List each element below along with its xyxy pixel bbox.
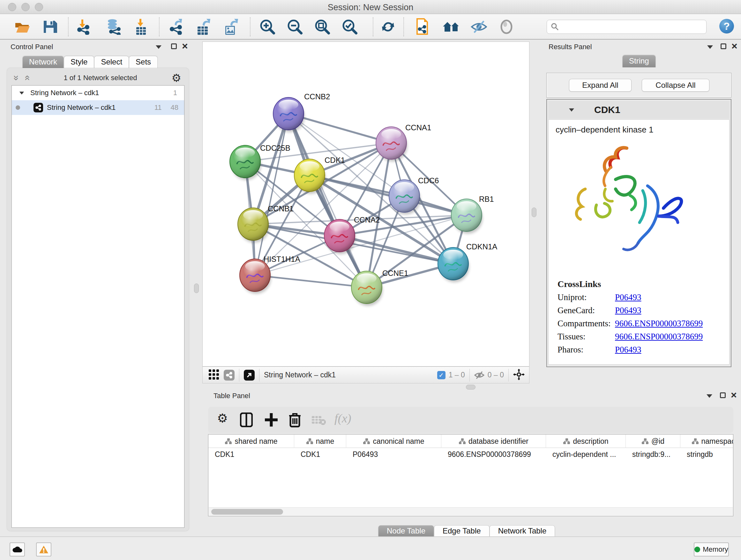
column-header-id[interactable]: @id <box>626 435 680 448</box>
table-cell[interactable]: stringdb:9... <box>626 448 680 461</box>
warnings-button[interactable] <box>36 543 51 557</box>
tab-string[interactable]: String <box>622 55 656 67</box>
tab-sets[interactable]: Sets <box>129 56 158 68</box>
column-header-database-identifier[interactable]: database identifier <box>441 435 546 448</box>
table-cell[interactable]: CDK1 <box>208 448 294 461</box>
zoom-fit-button[interactable] <box>314 18 331 35</box>
right-splitter-handle[interactable] <box>532 207 536 217</box>
tab-select[interactable]: Select <box>94 56 129 68</box>
edge-CCNB2-HIST1H1A[interactable] <box>255 114 288 275</box>
node-CCNB1[interactable] <box>238 208 269 243</box>
memory-button[interactable]: Memory <box>694 543 729 557</box>
birdseye-view-button[interactable] <box>244 370 255 381</box>
pan-mode-button[interactable] <box>513 369 525 381</box>
collection-disclosure-icon[interactable] <box>19 91 24 95</box>
table-cell[interactable]: 9606.ENSP00000378699 <box>441 448 546 461</box>
cloud-status-button[interactable] <box>10 543 25 557</box>
plus-icon <box>265 413 278 427</box>
edge-CDK1-RB1[interactable] <box>310 175 467 215</box>
crosslink-link[interactable]: P06493 <box>615 306 642 315</box>
import-network-from-file-button[interactable] <box>75 18 91 35</box>
node-CDC25B[interactable] <box>230 145 261 180</box>
crosslink-link[interactable]: P06493 <box>615 345 642 355</box>
table-panel-close-icon[interactable]: × <box>731 392 737 398</box>
show-columns-button[interactable] <box>240 413 253 428</box>
network-row[interactable]: String Network – cdk1 11 48 <box>12 100 184 115</box>
save-session-button[interactable] <box>42 18 58 35</box>
results-panel-float-icon[interactable] <box>721 44 726 49</box>
expand-all-button[interactable]: Expand All <box>569 79 631 91</box>
control-panel-menu-icon[interactable] <box>156 45 161 49</box>
crosslink-link[interactable]: 9606.ENSP00000378699 <box>615 319 703 328</box>
table-cell[interactable]: CDK1 <box>294 448 346 461</box>
open-folder-icon <box>14 20 30 34</box>
results-panel: Results Panel × String Expand All Collap… <box>544 42 741 376</box>
zoom-in-button[interactable] <box>259 18 276 35</box>
table-cell[interactable]: stringdb <box>680 448 733 461</box>
string-view-button[interactable] <box>224 370 234 381</box>
expand-all-networks-icon[interactable]: » <box>11 75 22 81</box>
protein-section-header[interactable]: CDK1 <box>548 101 730 119</box>
column-header-canonical-name[interactable]: canonical name <box>346 435 441 448</box>
delete-column-button[interactable] <box>288 412 301 429</box>
string-import-button[interactable] <box>414 18 430 35</box>
node-label-CCNA2: CCNA2 <box>354 215 380 224</box>
control-panel-close-icon[interactable]: × <box>182 43 188 49</box>
network-nodes[interactable] <box>230 98 482 306</box>
home-layouts-button[interactable] <box>442 18 459 35</box>
import-network-from-database-button[interactable] <box>105 18 122 35</box>
node-CDK1[interactable] <box>294 159 326 194</box>
crosslink-link[interactable]: P06493 <box>615 293 642 302</box>
table-panel-float-icon[interactable] <box>720 392 726 398</box>
delete-table-button[interactable] <box>312 415 326 427</box>
network-edge-count: 48 <box>171 104 179 112</box>
function-builder-button[interactable]: f(x) <box>334 411 351 425</box>
results-panel-close-icon[interactable]: × <box>731 43 738 49</box>
collapse-all-networks-icon[interactable]: » <box>21 75 32 81</box>
grid-view-button[interactable] <box>208 369 219 381</box>
results-panel-menu-icon[interactable] <box>707 45 713 49</box>
crosslink-link[interactable]: 9606.ENSP00000378699 <box>615 332 703 341</box>
zoom-out-button[interactable] <box>286 18 303 35</box>
network-graph[interactable]: CCNB2CCNA1CDC25BCDK1CDC6RB1CCNB1CCNA2CDK… <box>203 42 529 366</box>
search-input[interactable] <box>562 22 702 31</box>
current-network-name: String Network – cdk1 <box>264 371 336 379</box>
scrollbar-thumb[interactable] <box>211 509 283 515</box>
column-header-namespace[interactable]: namespace <box>680 435 733 448</box>
tab-network[interactable]: Network <box>22 56 64 68</box>
column-header-shared-name[interactable]: shared name <box>208 435 294 448</box>
import-table-from-file-button[interactable] <box>132 18 149 35</box>
node-HIST1H1A[interactable] <box>240 259 271 294</box>
column-header-name[interactable]: name <box>294 435 346 448</box>
node-CCNA1[interactable] <box>376 127 407 162</box>
table-options-gear-icon[interactable]: ⚙ <box>217 411 228 425</box>
table-cell[interactable]: cyclin-dependent ... <box>546 448 626 461</box>
hide-selected-button[interactable] <box>470 18 487 35</box>
export-network-button[interactable] <box>168 18 185 35</box>
control-panel-float-icon[interactable] <box>171 44 177 49</box>
column-header-description[interactable]: description <box>546 435 626 448</box>
table-cell[interactable]: P06493 <box>346 448 441 461</box>
collapse-all-button[interactable]: Collapse All <box>642 79 710 91</box>
network-canvas[interactable]: CCNB2CCNA1CDC25BCDK1CDC6RB1CCNB1CCNA2CDK… <box>202 42 529 367</box>
table-horizontal-scrollbar[interactable] <box>209 507 733 516</box>
selected-counts-checkbox[interactable]: ✓ <box>437 371 446 379</box>
left-splitter-handle[interactable] <box>194 284 199 293</box>
zoom-selected-button[interactable] <box>341 18 358 35</box>
edge-CCNB2-CCNE1[interactable] <box>288 114 367 287</box>
open-session-button[interactable] <box>14 18 30 35</box>
add-column-button[interactable] <box>265 413 278 428</box>
node-CDKN1A[interactable] <box>438 247 469 282</box>
help-button[interactable]: ? <box>719 19 734 34</box>
protein-disclosure-icon[interactable] <box>569 108 574 111</box>
table-panel-menu-icon[interactable] <box>706 394 712 398</box>
network-collection-row[interactable]: String Network – cdk1 1 <box>12 85 184 100</box>
export-image-button[interactable] <box>222 18 239 35</box>
refresh-button[interactable] <box>380 18 396 35</box>
tab-style[interactable]: Style <box>64 56 94 68</box>
node-CCNE1[interactable] <box>351 271 383 306</box>
export-table-button[interactable] <box>195 18 211 35</box>
show-all-button[interactable] <box>498 18 515 35</box>
network-options-gear-icon[interactable]: ⚙ <box>172 72 181 83</box>
node-RB1[interactable] <box>451 199 482 234</box>
